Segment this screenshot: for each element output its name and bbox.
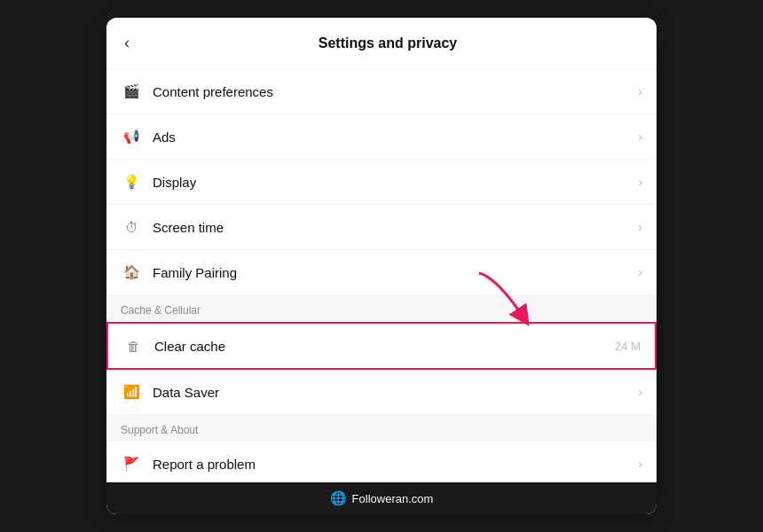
header: ‹ Settings and privacy — [106, 18, 657, 69]
back-button[interactable]: ‹ — [121, 30, 133, 56]
report-problem-label: Report a problem — [153, 457, 638, 472]
data-saver-icon: 📶 — [121, 381, 142, 403]
clear-cache-wrapper: 🗑 Clear cache 24 M 📶 Data Saver › — [106, 322, 657, 415]
content-preferences-icon: 🎬 — [121, 81, 142, 102]
general-section: 🎬 Content preferences › 📢 Ads › 💡 Displa… — [106, 69, 657, 295]
screen-time-icon: ⏱ — [121, 216, 142, 238]
settings-content: 🎬 Content preferences › 📢 Ads › 💡 Displa… — [106, 69, 657, 482]
trash-icon: 🗑 — [122, 335, 144, 356]
family-pairing-icon: 🏠 — [121, 262, 142, 283]
cache-cellular-list: 🗑 Clear cache 24 M 📶 Data Saver › — [106, 322, 657, 415]
support-section-header: Support & About — [106, 415, 657, 442]
app-wrapper: ‹ Settings and privacy 🎬 Content prefere… — [0, 0, 763, 532]
list-item[interactable]: 📢 Ads › — [106, 114, 657, 160]
list-item[interactable]: 🏠 Family Pairing › — [106, 250, 657, 295]
display-icon: 💡 — [121, 171, 142, 192]
bottom-bar: 🌐 Followeran.com — [106, 482, 657, 514]
chevron-icon: › — [638, 175, 642, 189]
cache-section-header: Cache & Cellular — [106, 295, 657, 322]
family-pairing-label: Family Pairing — [153, 265, 638, 280]
cache-size-value: 24 M — [615, 340, 641, 353]
clear-cache-item[interactable]: 🗑 Clear cache 24 M — [106, 322, 657, 370]
chevron-icon: › — [638, 84, 642, 98]
chevron-icon: › — [638, 129, 642, 144]
list-item[interactable]: 🚩 Report a problem › — [106, 442, 657, 482]
report-problem-icon: 🚩 — [121, 453, 142, 474]
data-saver-label: Data Saver — [153, 385, 638, 400]
chevron-icon: › — [638, 220, 642, 234]
clear-cache-label: Clear cache — [154, 339, 615, 354]
ads-label: Ads — [153, 129, 638, 145]
display-label: Display — [153, 175, 638, 190]
content-preferences-label: Content preferences — [153, 84, 638, 99]
list-item[interactable]: 🎬 Content preferences › — [106, 69, 657, 114]
page-title: Settings and privacy — [133, 35, 642, 51]
globe-icon: 🌐 — [330, 490, 347, 506]
ads-icon: 📢 — [121, 126, 142, 147]
chevron-icon: › — [638, 385, 642, 399]
chevron-icon: › — [638, 457, 642, 471]
list-item[interactable]: 💡 Display › — [106, 160, 657, 205]
footer-text: Followeran.com — [352, 492, 434, 505]
list-item[interactable]: 📶 Data Saver › — [106, 370, 657, 415]
support-list: 🚩 Report a problem › 💬 Support › — [106, 442, 657, 482]
chevron-icon: › — [638, 265, 642, 279]
screen-time-label: Screen time — [153, 220, 638, 235]
list-item[interactable]: ⏱ Screen time › — [106, 205, 657, 250]
phone-container: ‹ Settings and privacy 🎬 Content prefere… — [106, 18, 657, 514]
